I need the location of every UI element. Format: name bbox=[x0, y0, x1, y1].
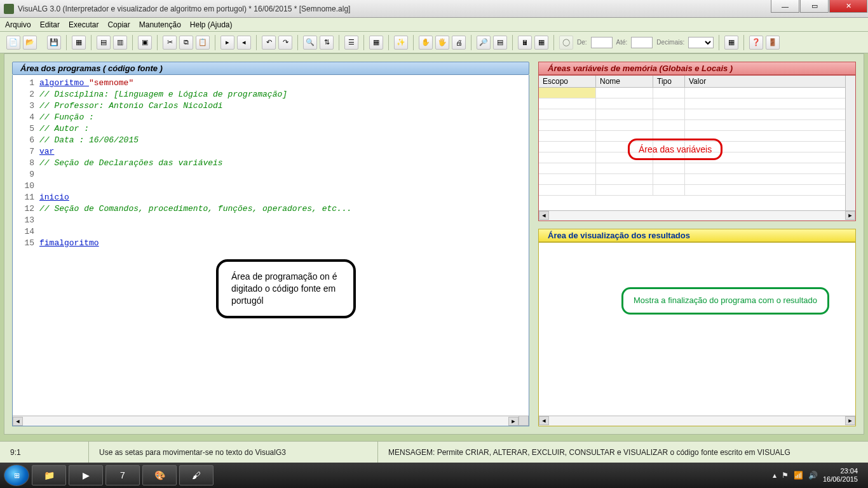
tool-icon-12[interactable]: ▤ bbox=[493, 36, 507, 50]
tool-icon-5[interactable]: ▸ bbox=[220, 36, 234, 50]
label-de: De: bbox=[577, 39, 587, 46]
window-title: VisuALG 3.0 (Interpretador e visualizado… bbox=[18, 4, 771, 13]
code-scroll-corner bbox=[519, 416, 529, 426]
tool-icon-2[interactable]: ▤ bbox=[97, 36, 111, 50]
close-button[interactable]: ✕ bbox=[829, 0, 867, 13]
taskbar-paint-icon[interactable]: 🖌 bbox=[179, 465, 214, 485]
minimize-button[interactable]: — bbox=[771, 0, 799, 13]
workspace: Área dos programas ( código fonte ) 1alg… bbox=[4, 53, 864, 435]
status-cursor-pos: 9:1 bbox=[0, 442, 89, 463]
print-icon[interactable]: 🖨 bbox=[452, 36, 466, 50]
code-panel: Área dos programas ( código fonte ) 1alg… bbox=[12, 62, 529, 426]
results-panel-title: Área de visualização dos resultados bbox=[538, 229, 856, 242]
taskbar-app2-icon[interactable]: 🎨 bbox=[142, 465, 177, 485]
annotation-code: Área de programação on é digitado o códi… bbox=[216, 259, 356, 318]
tool-icon-9[interactable]: ▦ bbox=[369, 36, 383, 50]
vars-scrollbar-h[interactable]: ◄► bbox=[539, 210, 855, 220]
tool-icon-14: ◯ bbox=[559, 36, 573, 50]
select-decimais[interactable] bbox=[688, 37, 714, 48]
tool-icon-3[interactable]: ▥ bbox=[113, 36, 127, 50]
label-ate: Até: bbox=[616, 39, 628, 46]
tool-icon-11[interactable]: 🖐 bbox=[435, 36, 449, 50]
col-valor[interactable]: Valor bbox=[685, 76, 855, 87]
tray-time: 23:04 bbox=[823, 467, 858, 475]
annotation-results: Mostra a finalização do programa com o r… bbox=[621, 287, 829, 315]
system-tray: ▴ ⚑ 📶 🔊 23:04 16/06/2015 bbox=[773, 467, 864, 484]
start-button[interactable]: ⊞ bbox=[4, 464, 29, 486]
undo-icon[interactable]: ↶ bbox=[262, 36, 276, 50]
tool-icon-15[interactable]: ▦ bbox=[724, 36, 738, 50]
menu-help[interactable]: Help (Ajuda) bbox=[190, 20, 233, 29]
status-hint: Use as setas para movimentar-se no texto… bbox=[89, 442, 378, 463]
results-scrollbar-h[interactable]: ◄► bbox=[539, 416, 855, 426]
tool-icon-1[interactable]: ▦ bbox=[72, 36, 86, 50]
hand-icon[interactable]: ✋ bbox=[419, 36, 433, 50]
annotation-vars: Área das variáveis bbox=[628, 139, 722, 160]
menu-executar[interactable]: Executar bbox=[69, 20, 98, 29]
code-panel-title: Área dos programas ( código fonte ) bbox=[12, 62, 529, 75]
tray-network-icon[interactable]: 📶 bbox=[794, 471, 803, 480]
menu-editar[interactable]: Editar bbox=[40, 20, 60, 29]
input-ate[interactable] bbox=[631, 37, 653, 48]
vars-panel-wrapper: Áreas variáveis de memória (Globais e Lo… bbox=[538, 62, 856, 221]
col-tipo[interactable]: Tipo bbox=[653, 76, 685, 87]
taskbar-app1-icon[interactable]: 7 bbox=[105, 465, 140, 485]
vars-panel-title: Áreas variáveis de memória (Globais e Lo… bbox=[538, 62, 856, 75]
new-file-icon[interactable]: 📄 bbox=[6, 36, 20, 50]
menu-arquivo[interactable]: Arquivo bbox=[5, 20, 31, 29]
vars-panel: Escopo Nome Tipo Valor Área das bbox=[538, 75, 856, 221]
col-escopo[interactable]: Escopo bbox=[539, 76, 596, 87]
right-column: Áreas variáveis de memória (Globais e Lo… bbox=[538, 62, 856, 426]
label-decimais: Decimais: bbox=[656, 39, 684, 46]
vars-scrollbar-v[interactable] bbox=[845, 76, 855, 210]
calc-icon[interactable]: 🖩 bbox=[518, 36, 532, 50]
input-de[interactable] bbox=[591, 37, 613, 48]
open-file-icon[interactable]: 📂 bbox=[23, 36, 37, 50]
tray-flag-icon[interactable]: ⚑ bbox=[782, 471, 789, 480]
taskbar: ⊞ 📁 ▶ 7 🎨 🖌 ▴ ⚑ 📶 🔊 23:04 16/06/2015 bbox=[0, 463, 868, 488]
app-icon bbox=[4, 4, 14, 14]
save-icon[interactable]: 💾 bbox=[47, 36, 61, 50]
results-panel-wrapper: Área de visualização dos resultados Most… bbox=[538, 229, 856, 426]
tool-icon-7[interactable]: ⇅ bbox=[320, 36, 334, 50]
exit-icon[interactable]: 🚪 bbox=[766, 36, 780, 50]
tray-volume-icon[interactable]: 🔊 bbox=[808, 471, 818, 480]
copy-icon[interactable]: ⧉ bbox=[179, 36, 193, 50]
tool-icon-10[interactable]: ✨ bbox=[394, 36, 408, 50]
tool-icon-13[interactable]: ▦ bbox=[534, 36, 548, 50]
code-scrollbar-h[interactable]: ◄► bbox=[13, 416, 519, 426]
zoom-icon[interactable]: 🔎 bbox=[477, 36, 491, 50]
tray-clock[interactable]: 23:04 16/06/2015 bbox=[823, 467, 858, 484]
window-titlebar: VisuALG 3.0 (Interpretador e visualizado… bbox=[0, 0, 868, 18]
status-message: MENSAGEM: Permite CRIAR, ALTERAR, EXCLUI… bbox=[378, 442, 868, 463]
tray-date: 16/06/2015 bbox=[823, 475, 858, 484]
vars-header: Escopo Nome Tipo Valor bbox=[539, 76, 855, 88]
code-editor[interactable]: 1algoritmo "semnome"2// Disciplina: [Lin… bbox=[12, 75, 529, 426]
toolbar: 📄 📂 💾 ▦ ▤ ▥ ▣ ✂ ⧉ 📋 ▸ ◂ ↶ ↷ 🔍 ⇅ ☰ ▦ ✨ ✋ … bbox=[0, 32, 868, 53]
redo-icon[interactable]: ↷ bbox=[278, 36, 292, 50]
taskbar-media-icon[interactable]: ▶ bbox=[69, 465, 103, 485]
paste-icon[interactable]: 📋 bbox=[196, 36, 210, 50]
taskbar-explorer-icon[interactable]: 📁 bbox=[32, 465, 66, 485]
tool-icon-8[interactable]: ☰ bbox=[344, 36, 358, 50]
vars-grid[interactable]: Área das variáveis bbox=[539, 88, 855, 199]
help-icon[interactable]: ❓ bbox=[749, 36, 763, 50]
statusbar: 9:1 Use as setas para movimentar-se no t… bbox=[0, 441, 868, 463]
cut-icon[interactable]: ✂ bbox=[163, 36, 177, 50]
tool-icon-4[interactable]: ▣ bbox=[138, 36, 152, 50]
tray-chevron-icon[interactable]: ▴ bbox=[773, 471, 776, 480]
maximize-button[interactable]: ▭ bbox=[800, 0, 829, 13]
menu-copiar[interactable]: Copiar bbox=[107, 20, 130, 29]
menu-manutencao[interactable]: Manutenção bbox=[139, 20, 181, 29]
find-icon[interactable]: 🔍 bbox=[303, 36, 317, 50]
menubar: Arquivo Editar Executar Copiar Manutençã… bbox=[0, 18, 868, 32]
col-nome[interactable]: Nome bbox=[596, 76, 653, 87]
tool-icon-6[interactable]: ◂ bbox=[237, 36, 251, 50]
results-panel: Mostra a finalização do programa com o r… bbox=[538, 242, 856, 426]
